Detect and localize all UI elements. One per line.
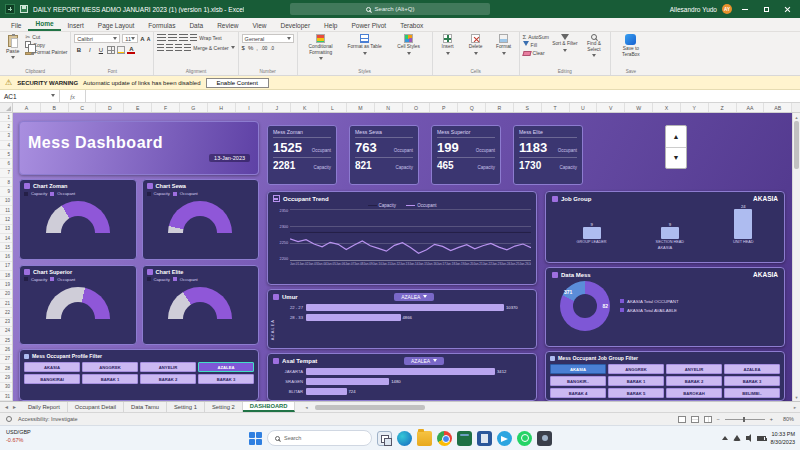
merge-center-button[interactable]: Merge & Center <box>184 44 234 51</box>
slicer-item[interactable]: ANGGREK <box>608 364 664 374</box>
shrink-font-button[interactable]: A <box>147 36 151 42</box>
slicer-item[interactable]: BARAK 3 <box>724 376 780 386</box>
column-header[interactable]: S <box>514 103 542 112</box>
slicer-item[interactable]: ANYELIR <box>666 364 722 374</box>
taskbar-widget[interactable]: USD/GBP -0.67% <box>6 428 31 445</box>
wrap-text-button[interactable]: Wrap Text <box>190 34 221 41</box>
row-header[interactable]: 10 <box>0 197 12 206</box>
horizontal-scroll-thumb[interactable] <box>315 405 425 410</box>
page-break-view-button[interactable] <box>704 416 712 423</box>
close-button[interactable] <box>779 2 795 16</box>
row-header[interactable]: 27 <box>0 355 12 364</box>
row-header[interactable]: 26 <box>0 345 12 354</box>
italic-button[interactable]: I <box>85 47 94 53</box>
ribbon-tab[interactable]: Review <box>210 20 245 31</box>
cut-button[interactable]: ✂Cut <box>25 34 67 40</box>
column-header[interactable]: B <box>41 103 69 112</box>
column-header[interactable]: J <box>263 103 291 112</box>
avatar[interactable]: AY <box>722 4 732 14</box>
align-left-button[interactable] <box>157 44 164 51</box>
slicer-item[interactable]: AKASIA <box>24 362 80 372</box>
align-bottom-button[interactable] <box>179 34 188 41</box>
align-right-button[interactable] <box>175 44 182 51</box>
row-header[interactable]: 13 <box>0 225 12 234</box>
increase-decimal-button[interactable]: .00 <box>261 46 267 51</box>
vertical-scroll-thumb[interactable] <box>794 121 799 169</box>
row-header[interactable]: 23 <box>0 318 12 327</box>
ribbon-tab[interactable]: Formulas <box>141 20 182 31</box>
row-header[interactable]: 28 <box>0 364 12 373</box>
asal-filter-chip[interactable]: AZALEA <box>404 357 444 365</box>
row-header[interactable]: 24 <box>0 327 12 336</box>
zoom-in-button[interactable]: + <box>770 416 773 422</box>
slicer-item[interactable]: BARAK 2 <box>666 376 722 386</box>
slicer-item[interactable]: BAROKAH <box>666 388 722 398</box>
sheet-tab[interactable]: Setting 1 <box>167 402 205 412</box>
ribbon-tab[interactable]: Insert <box>61 20 91 31</box>
ribbon-tab[interactable]: View <box>245 20 273 31</box>
column-header[interactable]: K <box>291 103 319 112</box>
slicer-item[interactable]: AZALEA <box>724 364 780 374</box>
column-header[interactable]: E <box>124 103 152 112</box>
word-icon[interactable] <box>477 431 492 446</box>
save-to-terabox-button[interactable]: Save to TeraBox <box>614 34 648 57</box>
ribbon-tab[interactable]: Home <box>28 18 60 31</box>
row-header[interactable]: 6 <box>0 159 12 168</box>
vertical-scrollbar[interactable]: ▲ ▼ <box>792 113 800 401</box>
column-header[interactable]: V <box>597 103 625 112</box>
row-header[interactable]: 4 <box>0 141 12 150</box>
row-header[interactable]: 7 <box>0 169 12 178</box>
slicer-item[interactable]: BANGKIR.. <box>550 376 606 386</box>
ribbon-tab[interactable]: Terabox <box>393 20 430 31</box>
slicer-item[interactable]: BARAK 1 <box>608 376 664 386</box>
conditional-formatting-button[interactable]: Conditional Formatting <box>301 34 341 62</box>
row-header[interactable]: 18 <box>0 271 12 280</box>
cell-styles-button[interactable]: Cell Styles <box>389 34 429 62</box>
row-header[interactable]: 12 <box>0 215 12 224</box>
column-header[interactable]: A <box>13 103 41 112</box>
fill-color-button[interactable] <box>117 46 125 54</box>
slicer-item[interactable]: BANGKIRAI <box>24 374 80 384</box>
align-center-button[interactable] <box>166 44 173 51</box>
task-view-icon[interactable] <box>377 431 392 446</box>
slicer-item[interactable]: BELIMBI.. <box>724 388 780 398</box>
slicer-item[interactable]: ANYELIR <box>140 362 196 372</box>
ribbon-tab[interactable]: Data <box>182 20 210 31</box>
format-cells-button[interactable]: Format <box>492 34 516 57</box>
slicer-item[interactable]: BARAK 2 <box>140 374 196 384</box>
sheet-tab[interactable]: Data Tamu <box>124 402 167 412</box>
row-header[interactable]: 14 <box>0 234 12 243</box>
slicer-item[interactable]: BARAK 1 <box>82 374 138 384</box>
column-header[interactable]: AB <box>764 103 792 112</box>
sheet-tab[interactable]: Occupant Detail <box>68 402 124 412</box>
fill-button[interactable]: Fill <box>523 41 549 49</box>
font-family-select[interactable]: Calibri <box>74 34 120 43</box>
row-header[interactable]: 3 <box>0 132 12 141</box>
sheet-tab[interactable]: Daily Report <box>21 402 68 412</box>
column-header[interactable]: L <box>319 103 347 112</box>
fx-button[interactable]: fx <box>60 90 86 102</box>
column-header[interactable]: Q <box>458 103 486 112</box>
slicer-item[interactable]: BARAK 4 <box>550 388 606 398</box>
zoom-out-button[interactable]: − <box>717 416 720 422</box>
slicer-item[interactable]: BARAK 3 <box>198 374 254 384</box>
column-header[interactable]: P <box>430 103 458 112</box>
normal-view-button[interactable] <box>678 416 686 423</box>
sheet-tab[interactable]: DASHBOARD <box>243 402 296 412</box>
column-header[interactable]: W <box>625 103 653 112</box>
scroll-down-arrow[interactable]: ▼ <box>793 393 800 401</box>
column-header[interactable]: D <box>96 103 124 112</box>
column-header[interactable]: C <box>69 103 97 112</box>
row-header[interactable]: 8 <box>0 178 12 187</box>
ribbon-search-box[interactable]: Search (Alt+Q) <box>290 3 490 15</box>
column-header[interactable]: H <box>208 103 236 112</box>
slicer-item[interactable]: BARAK 5 <box>608 388 664 398</box>
underline-button[interactable]: U <box>96 47 105 53</box>
column-header[interactable]: G <box>180 103 208 112</box>
slicer-item[interactable]: AZALEA <box>198 362 254 372</box>
insert-cells-button[interactable]: Insert <box>436 34 460 57</box>
font-color-button[interactable]: A <box>127 46 135 54</box>
row-header[interactable]: 20 <box>0 290 12 299</box>
battery-icon[interactable] <box>757 436 766 441</box>
column-header[interactable]: N <box>375 103 403 112</box>
